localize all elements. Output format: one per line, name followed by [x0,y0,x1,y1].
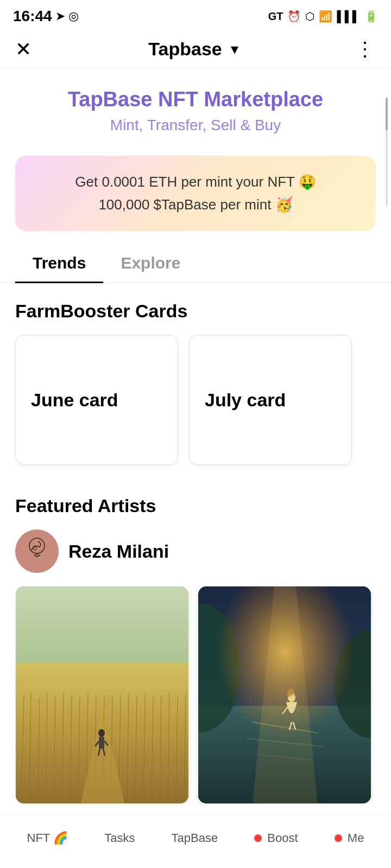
main-content: TapBase NFT Marketplace Mint, Transfer, … [0,68,391,868]
promo-line1: Get 0.0001 ETH per mint your NFT 🤑 100,0… [33,171,358,216]
menu-button[interactable]: ⋮ [355,38,376,61]
svg-rect-3 [16,586,189,673]
signal-icon: ▌▌▌ [337,10,360,23]
artist-avatar [15,529,59,573]
status-left: 16:44 ➤ ◎ [13,8,79,25]
field-scene [16,586,189,803]
hero-subtitle: Mint, Transfer, Sell & Buy [15,117,376,134]
app-title: Tapbase [148,39,222,60]
avatar-sketch-icon [15,529,59,573]
farmbooster-section: FarmBooster Cards June card July card [0,283,391,478]
tab-explore[interactable]: Explore [103,244,198,282]
farmbooster-title: FarmBooster Cards [15,301,376,322]
status-bar: 16:44 ➤ ◎ GT ⏰ ⬡ 📶 ▌▌▌ 🔋 [0,0,391,30]
june-card-title: June card [31,390,118,411]
svg-point-0 [15,529,59,573]
scrollbar-track[interactable] [386,98,388,206]
sunlit-svg [198,586,371,803]
battery-icon: 🔋 [364,10,378,23]
july-card[interactable]: July card [189,335,352,465]
status-time: 16:44 [13,8,52,25]
nav-tasks-label: Tasks [104,831,135,845]
featured-artists-title: Featured Artists [15,495,376,516]
gt-label: GT [268,10,283,23]
alarm-icon: ⏰ [287,10,301,23]
nav-bar: ✕ Tapbase ▾ ⋮ [0,30,391,68]
check-circle-icon: ◎ [68,9,79,23]
nav-nft-label: NFT 🌈 [27,831,68,845]
me-dot [335,834,342,842]
artist-row: Reza Milani [15,529,376,573]
svg-rect-27 [99,737,104,749]
promo-banner: Get 0.0001 ETH per mint your NFT 🤑 100,0… [15,156,376,231]
scrollbar-thumb[interactable] [386,98,388,130]
wifi-icon: 📶 [319,10,332,23]
nav-tasks[interactable]: Tasks [104,831,135,845]
featured-artists-section: Featured Artists Reza Milani [0,478,391,813]
nav-nft[interactable]: NFT 🌈 [27,831,68,845]
sunlit-scene [198,586,371,803]
status-icons: GT ⏰ ⬡ 📶 ▌▌▌ 🔋 [268,10,378,23]
nav-boost-label: Boost [254,831,298,845]
nav-boost[interactable]: Boost [254,831,298,845]
artist-name: Reza Milani [68,541,169,562]
bottom-nav: NFT 🌈 Tasks TapBase Boost Me [0,814,391,868]
nft-image-1 [16,586,189,803]
bluetooth-icon: ⬡ [305,10,314,23]
location-icon: ➤ [55,9,65,23]
july-card-title: July card [205,390,286,411]
field-svg [16,586,189,803]
boost-dot [254,834,262,842]
june-card[interactable]: June card [15,335,178,465]
nft-card-2[interactable] [198,586,371,804]
svg-point-26 [98,729,105,737]
tab-trends[interactable]: Trends [15,244,103,282]
hero-title: TapBase NFT Marketplace [15,88,376,111]
nav-me-label: Me [335,831,364,845]
nav-tapbase[interactable]: TapBase [172,831,218,845]
hero-section: TapBase NFT Marketplace Mint, Transfer, … [0,68,391,147]
nav-me[interactable]: Me [335,831,364,845]
nft-image-2 [198,586,371,803]
dropdown-button[interactable]: ▾ [231,40,238,58]
cards-row: June card July card [15,335,376,469]
nft-card-1[interactable] [15,586,189,804]
tabs-container: Trends Explore [0,244,391,283]
nft-grid [15,586,376,804]
nav-tapbase-label: TapBase [172,831,218,845]
close-button[interactable]: ✕ [15,38,31,61]
